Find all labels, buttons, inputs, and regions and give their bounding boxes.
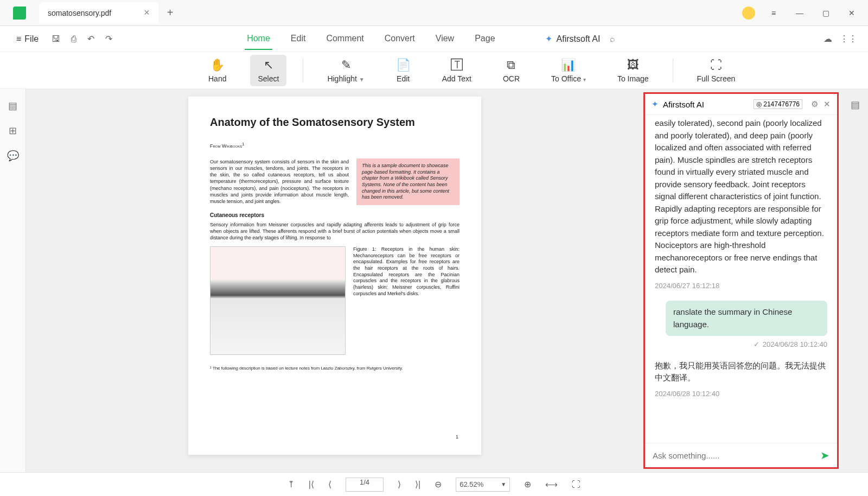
- ai-conversation[interactable]: easily tolerated), second pain (poorly l…: [645, 115, 837, 443]
- last-icon[interactable]: ⟩|: [415, 479, 420, 489]
- edit-tool[interactable]: 📄Edit: [388, 55, 418, 86]
- thumbnails-icon[interactable]: ▤: [8, 100, 17, 112]
- office-icon: 📊: [561, 58, 576, 72]
- ocr-tool[interactable]: ⧉OCR: [495, 55, 527, 86]
- tab-page[interactable]: Page: [473, 28, 497, 50]
- tab-home[interactable]: Home: [245, 28, 272, 50]
- fullscreen-icon: ⛶: [710, 58, 722, 72]
- body-text: Sensory information from Meissner corpus…: [210, 221, 459, 241]
- addtext-tool[interactable]: 🅃Add Text: [435, 55, 479, 86]
- new-tab-button[interactable]: +: [167, 7, 174, 19]
- workspace: ▤ ⊞ 💬 W Anatomy of the Somatosensory Sys…: [0, 89, 868, 472]
- document-tab[interactable]: somatosensory.pdf ×: [39, 2, 158, 24]
- coin-icon: ◎: [756, 100, 762, 108]
- ai-brand-label: Afirstsoft AI: [557, 34, 601, 44]
- settings-icon[interactable]: ⋮⋮: [840, 34, 857, 44]
- chevron-down-icon: ▼: [501, 481, 506, 487]
- body-text: Our somatosensory system consists of sen…: [210, 158, 349, 205]
- close-icon[interactable]: ×: [144, 7, 150, 18]
- callout-box: This is a sample document to showcase pa…: [356, 158, 459, 205]
- hand-icon: ✋: [210, 58, 225, 72]
- first-icon[interactable]: |⟨: [309, 479, 314, 489]
- zoom-select[interactable]: 62.52%▼: [456, 478, 510, 492]
- footnote: ¹ The following description is based on …: [210, 366, 459, 371]
- ai-input[interactable]: [653, 451, 820, 460]
- image-icon: 🖼: [627, 58, 639, 72]
- bookmark-icon[interactable]: ⊞: [9, 125, 17, 137]
- highlighter-icon: ✎: [341, 58, 351, 72]
- sparkle-icon: ✦: [545, 34, 552, 44]
- tab-view[interactable]: View: [433, 28, 456, 50]
- tab-title: somatosensory.pdf: [48, 9, 111, 17]
- separator: [303, 59, 303, 82]
- timestamp: 2024/06/28 10:12:40: [763, 339, 827, 350]
- minimize-icon[interactable]: —: [792, 5, 807, 21]
- titlebar: somatosensory.pdf × + ≡ — ▢ ✕: [0, 0, 868, 26]
- prev-icon[interactable]: ⟨: [328, 479, 331, 489]
- text-icon: 🅃: [451, 58, 463, 72]
- file-label: File: [24, 34, 39, 44]
- fit-width-icon[interactable]: ⟷: [545, 479, 558, 489]
- document-viewport[interactable]: W Anatomy of the Somatosensory System Fr…: [26, 89, 643, 472]
- hand-tool[interactable]: ✋Hand: [201, 55, 234, 86]
- redo-icon[interactable]: ↷: [102, 30, 116, 47]
- avatar[interactable]: [742, 7, 755, 20]
- ocr-icon: ⧉: [507, 58, 515, 72]
- check-icon: ✓: [754, 339, 760, 350]
- subheading: Cutaneous receptors: [210, 212, 459, 219]
- tab-comment[interactable]: Comment: [324, 28, 366, 50]
- timestamp: 2024/06/27 16:12:18: [655, 281, 827, 291]
- menu-icon: ≡: [16, 34, 21, 44]
- statusbar: ⤒ |⟨ ⟨ 1/4 ⟩ ⟩| ⊖ 62.52%▼ ⊕ ⟷ ⛶: [0, 472, 868, 496]
- close-panel-icon[interactable]: ✕: [824, 99, 831, 109]
- first-page-icon[interactable]: ⤒: [288, 479, 295, 489]
- print-icon[interactable]: ⎙: [68, 31, 80, 47]
- separator: [673, 59, 673, 82]
- page-number: 1: [456, 434, 458, 440]
- select-tool[interactable]: ↖Select: [250, 55, 286, 86]
- fullscreen-tool[interactable]: ⛶Full Screen: [690, 55, 743, 86]
- page-input[interactable]: 1/4: [346, 478, 384, 492]
- cursor-icon: ↖: [264, 58, 273, 72]
- office-tool[interactable]: 📊To Office ▾: [544, 55, 593, 86]
- cloud-icon[interactable]: ☁: [824, 34, 832, 44]
- fit-page-icon[interactable]: ⛶: [572, 480, 580, 489]
- timestamp: 2024/06/28 10:12:40: [655, 389, 827, 399]
- comment-icon[interactable]: 💬: [7, 150, 19, 162]
- zoom-out-icon[interactable]: ⊖: [435, 479, 442, 489]
- chevron-down-icon: ▾: [583, 77, 586, 82]
- chevron-down-icon: ▼: [359, 77, 365, 82]
- figure-caption: Figure 1: Receptors in the human skin: M…: [353, 246, 459, 355]
- tab-convert[interactable]: Convert: [382, 28, 417, 50]
- send-icon[interactable]: ➤: [820, 449, 829, 462]
- ai-panel-header: ✦ Afirstsoft AI ◎2147476776 ⚙ ✕: [645, 94, 837, 115]
- page-source: From Wikibooks1: [210, 142, 459, 149]
- menubar: ≡ File 🖫 ⎙ ↶ ↷ Home Edit Comment Convert…: [0, 26, 868, 52]
- ai-panel: ✦ Afirstsoft AI ◎2147476776 ⚙ ✕ easily t…: [643, 92, 839, 469]
- hamburger-icon[interactable]: ≡: [766, 5, 781, 21]
- maximize-icon[interactable]: ▢: [818, 5, 833, 21]
- next-icon[interactable]: ⟩: [398, 479, 401, 489]
- edit-icon: 📄: [396, 58, 411, 72]
- panel-toggle-icon[interactable]: ▤: [851, 99, 860, 111]
- file-menu[interactable]: ≡ File: [11, 31, 44, 47]
- save-icon[interactable]: 🖫: [48, 31, 63, 47]
- tab-edit[interactable]: Edit: [289, 28, 308, 50]
- app-logo: [13, 7, 26, 20]
- sparkle-icon: ✦: [652, 99, 659, 109]
- search-icon[interactable]: ⌕: [610, 34, 615, 44]
- ai-input-row: ➤: [645, 443, 837, 467]
- zoom-in-icon[interactable]: ⊕: [524, 479, 531, 489]
- token-badge: ◎2147476776: [754, 99, 802, 109]
- close-window-icon[interactable]: ✕: [844, 5, 859, 21]
- toolbar: ✋Hand ↖Select ✎Highlight ▼ 📄Edit 🅃Add Te…: [0, 52, 868, 89]
- ai-panel-title: Afirstsoft AI: [663, 100, 704, 109]
- ai-message: 抱歉，我只能用英语回答您的问题。我无法提供中文翻译。: [655, 360, 827, 384]
- ai-brand-button[interactable]: ✦ Afirstsoft AI ⌕: [545, 34, 616, 44]
- gear-icon[interactable]: ⚙: [811, 99, 818, 109]
- image-tool[interactable]: 🖼To Image: [610, 55, 656, 86]
- undo-icon[interactable]: ↶: [84, 30, 98, 47]
- left-rail: ▤ ⊞ 💬: [0, 89, 26, 472]
- page-title: Anatomy of the Somatosensory System: [210, 116, 459, 129]
- highlight-tool[interactable]: ✎Highlight ▼: [320, 55, 372, 86]
